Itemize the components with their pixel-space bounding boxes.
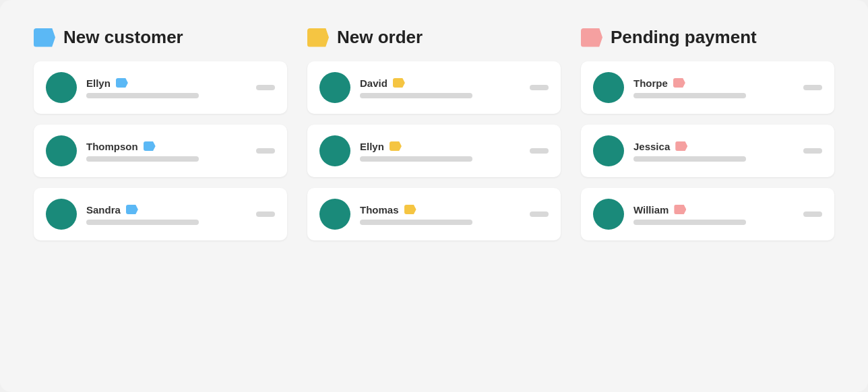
columns-grid: New customerEllynThompsonSandraNew order…: [34, 27, 834, 251]
card-action-placeholder: [530, 211, 549, 217]
card-content: Thorpe: [633, 77, 794, 98]
card-name: Ellyn: [86, 77, 111, 89]
card-new-order-1[interactable]: Ellyn: [307, 125, 561, 177]
card-name-row: Sandra: [86, 204, 247, 216]
card-content: Ellyn: [360, 141, 520, 162]
card-tag-icon: [675, 141, 687, 151]
card-action-placeholder: [803, 85, 822, 90]
card-detail-line: [360, 156, 472, 162]
card-detail-line: [633, 220, 746, 225]
card-tag-icon: [126, 205, 138, 214]
card-pending-payment-2[interactable]: William: [581, 188, 834, 240]
tag-icon-new-order: [307, 28, 329, 47]
card-tag-icon: [116, 78, 128, 88]
tag-icon-new-customer: [34, 28, 55, 47]
card-tag-icon: [674, 205, 686, 214]
tag-icon-pending-payment: [581, 28, 602, 47]
card-detail-line: [360, 93, 472, 98]
card-detail-line: [360, 220, 472, 225]
card-tag-icon: [673, 78, 685, 88]
card-name-row: Thorpe: [633, 77, 794, 89]
card-action-placeholder: [530, 85, 549, 90]
column-new-order: New orderDavidEllynThomas: [307, 27, 561, 251]
card-name-row: Thomas: [360, 204, 520, 216]
card-detail-line: [86, 93, 199, 98]
avatar: [46, 72, 77, 103]
card-content: Ellyn: [86, 77, 247, 98]
column-new-customer: New customerEllynThompsonSandra: [34, 27, 287, 251]
card-name: Ellyn: [360, 141, 384, 152]
card-name-row: David: [360, 77, 520, 89]
card-name-row: William: [633, 204, 794, 216]
card-name: Sandra: [86, 204, 121, 216]
card-tag-icon: [393, 78, 405, 88]
card-content: Sandra: [86, 204, 247, 225]
card-pending-payment-1[interactable]: Jessica: [581, 125, 834, 177]
card-name: William: [633, 204, 669, 216]
column-pending-payment: Pending paymentThorpeJessicaWilliam: [581, 27, 834, 251]
card-detail-line: [86, 156, 199, 162]
card-name-row: Ellyn: [360, 141, 520, 152]
column-header-pending-payment: Pending payment: [581, 27, 834, 48]
card-new-order-2[interactable]: Thomas: [307, 188, 561, 240]
card-content: David: [360, 77, 520, 98]
card-action-placeholder: [256, 148, 275, 154]
card-content: Thomas: [360, 204, 520, 225]
column-title-new-order: New order: [337, 27, 423, 48]
avatar: [319, 135, 350, 166]
main-container: New customerEllynThompsonSandraNew order…: [0, 0, 868, 392]
avatar: [593, 135, 624, 166]
card-name-row: Thompson: [86, 141, 247, 152]
card-name-row: Jessica: [633, 141, 794, 152]
avatar: [319, 72, 350, 103]
card-tag-icon: [404, 205, 416, 214]
avatar: [46, 199, 77, 230]
card-action-placeholder: [803, 211, 822, 217]
card-new-customer-2[interactable]: Sandra: [34, 188, 287, 240]
column-header-new-order: New order: [307, 27, 561, 48]
card-tag-icon: [144, 141, 156, 151]
card-new-customer-1[interactable]: Thompson: [34, 125, 287, 177]
card-action-placeholder: [256, 85, 275, 90]
card-name: Thompson: [86, 141, 138, 152]
card-detail-line: [633, 156, 746, 162]
card-name: Thorpe: [633, 77, 668, 89]
card-action-placeholder: [256, 211, 275, 217]
avatar: [593, 72, 624, 103]
avatar: [319, 199, 350, 230]
card-name: David: [360, 77, 388, 89]
card-pending-payment-0[interactable]: Thorpe: [581, 61, 834, 114]
card-content: Thompson: [86, 141, 247, 162]
column-title-new-customer: New customer: [63, 27, 183, 48]
card-content: Jessica: [633, 141, 794, 162]
card-name-row: Ellyn: [86, 77, 247, 89]
card-new-customer-0[interactable]: Ellyn: [34, 61, 287, 114]
card-content: William: [633, 204, 794, 225]
avatar: [593, 199, 624, 230]
card-name: Thomas: [360, 204, 399, 216]
avatar: [46, 135, 77, 166]
card-new-order-0[interactable]: David: [307, 61, 561, 114]
column-header-new-customer: New customer: [34, 27, 287, 48]
card-action-placeholder: [530, 148, 549, 154]
card-action-placeholder: [803, 148, 822, 154]
card-detail-line: [86, 220, 199, 225]
column-title-pending-payment: Pending payment: [611, 27, 757, 48]
card-detail-line: [633, 93, 746, 98]
card-tag-icon: [390, 141, 402, 151]
card-name: Jessica: [633, 141, 670, 152]
